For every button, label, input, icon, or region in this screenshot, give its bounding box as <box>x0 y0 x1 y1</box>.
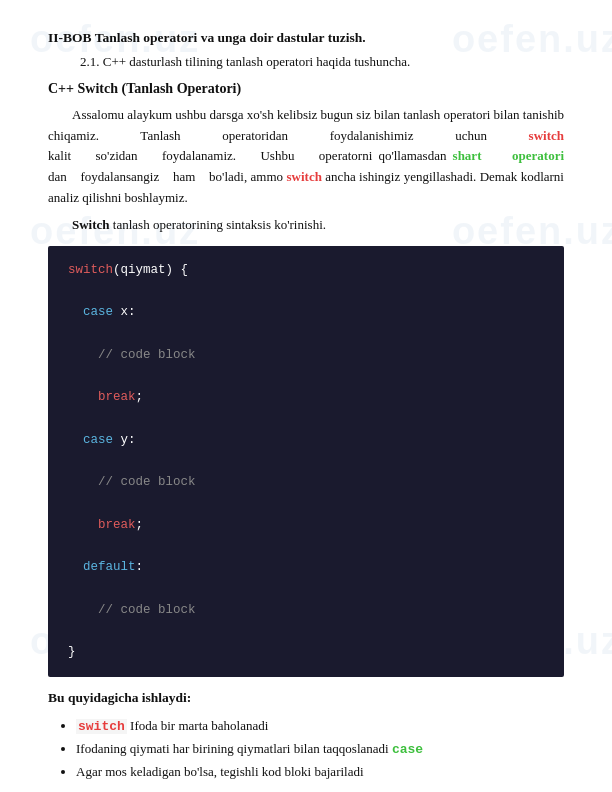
list-item-2-text: Ifodaning qiymati har birining qiymatlar… <box>76 741 392 756</box>
section-label: 2.1. C++ dasturlash tilining tanlash ope… <box>48 52 564 73</box>
code-line-comment-1: // code block <box>68 345 544 366</box>
code-kw-default: default <box>83 560 136 574</box>
code-line-blank-7 <box>68 536 544 557</box>
code-line-blank-3 <box>68 366 544 387</box>
keyword-switch-2: switch <box>287 169 322 184</box>
keyword-operator: operatori <box>512 148 564 163</box>
code-kw-case-1: case <box>83 305 113 319</box>
intro-text-4: dan foydalansangiz ham bo'ladi, ammo <box>48 169 287 184</box>
code-line-close: } <box>68 642 544 663</box>
list-item-3-text: Agar mos keladigan bo'lsa, tegishli kod … <box>76 764 364 779</box>
code-kw-break-2: break <box>98 518 136 532</box>
code-kw-break-1: break <box>98 390 136 404</box>
code-line-case-y: case y: <box>68 430 544 451</box>
code-line-blank-1 <box>68 281 544 302</box>
code-line-1: switch(qiymat) { <box>68 260 544 281</box>
intro-text-3 <box>481 148 512 163</box>
list-item-2-kw: case <box>392 742 423 757</box>
code-block: switch(qiymat) { case x: // code block b… <box>48 246 564 678</box>
code-kw-case-2: case <box>83 433 113 447</box>
list-item-1-text: Ifoda bir marta baholanadi <box>130 718 268 733</box>
keyword-shart: shart <box>453 148 482 163</box>
syntax-intro-text: tanlash operatorining sintaksis ko'rinis… <box>110 217 326 232</box>
intro-text-2: kalit so'zidan foydalanamiz. Ushbu opera… <box>48 148 453 163</box>
code-kw-switch: switch <box>68 263 113 277</box>
list-item-3: Agar mos keladigan bo'lsa, tegishli kod … <box>76 761 564 783</box>
code-line-blank-4 <box>68 408 544 429</box>
code-line-blank-5 <box>68 451 544 472</box>
code-line-blank-9 <box>68 621 544 642</box>
code-line-blank-2 <box>68 323 544 344</box>
code-line-case-x: case x: <box>68 302 544 323</box>
code-line-break-2: break; <box>68 515 544 536</box>
list-item-1: switch Ifoda bir marta baholanadi <box>76 715 564 738</box>
intro-text-1: Assalomu alaykum ushbu darsga xo'sh keli… <box>48 107 564 143</box>
chapter-heading: II-BOB Tanlash operatori va unga doir da… <box>48 30 564 46</box>
code-line-blank-6 <box>68 493 544 514</box>
keyword-switch-1: switch <box>529 128 564 143</box>
bullet-section-heading: Bu quyidagicha ishlaydi: <box>48 687 564 709</box>
code-line-break-1: break; <box>68 387 544 408</box>
code-line-comment-3: // code block <box>68 600 544 621</box>
syntax-intro-bold: Switch <box>72 217 110 232</box>
code-line-default: default: <box>68 557 544 578</box>
bullet-list: switch Ifoda bir marta baholanadi Ifodan… <box>76 715 564 783</box>
list-item-2: Ifodaning qiymati har birining qiymatlar… <box>76 738 564 761</box>
subsection-heading: C++ Switch (Tanlash Operatori) <box>48 81 564 97</box>
code-line-blank-8 <box>68 578 544 599</box>
syntax-intro: Switch tanlash operatorining sintaksis k… <box>48 215 564 236</box>
code-line-comment-2: // code block <box>68 472 544 493</box>
intro-paragraph: Assalomu alaykum ushbu darsga xo'sh keli… <box>48 105 564 209</box>
list-item-1-kw: switch <box>76 719 127 734</box>
